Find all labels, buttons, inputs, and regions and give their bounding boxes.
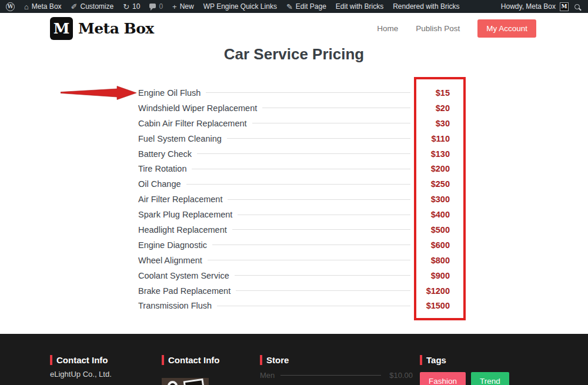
pricing-row: Oil Change $250 xyxy=(138,176,450,192)
service-name: Headlight Replacement xyxy=(138,225,227,235)
store-row[interactable]: Men $10.00 xyxy=(260,370,413,380)
service-name: Engine Diagnostic xyxy=(138,240,207,250)
service-name: Oil Change xyxy=(138,179,181,189)
footer-heading-label: Tags xyxy=(426,355,446,365)
site-logo-text: Meta Box xyxy=(78,20,154,37)
pricing-row: Coolant System Service $900 xyxy=(138,268,450,283)
metabox-logo-icon: M xyxy=(50,17,73,40)
leader-line xyxy=(217,306,410,306)
company-name: eLightUp Co., Ltd. xyxy=(50,370,112,379)
admin-bar-item-label: Edit with Bricks xyxy=(336,2,383,11)
service-name: Transmission Flush xyxy=(138,301,212,310)
service-name: Battery Check xyxy=(138,149,192,159)
service-name: Air Filter Replacement xyxy=(138,195,222,204)
leader-line xyxy=(235,275,410,276)
service-price: $110 xyxy=(416,134,450,143)
nav-link-home[interactable]: Home xyxy=(377,24,398,33)
service-price: $800 xyxy=(416,256,450,265)
footer-contact-info-1: Contact Info eLightUp Co., Ltd. xyxy=(50,355,112,379)
leader-line xyxy=(238,215,410,215)
admin-bar-item-label: Meta Box xyxy=(32,2,62,11)
admin-bar-item-0[interactable]: 0 xyxy=(149,2,163,11)
leader-line xyxy=(192,169,410,169)
footer-heading: Contact Info xyxy=(162,355,220,365)
tag-list: FashionTrend xyxy=(420,372,509,385)
pricing-list: Engine Oil Flush $15 Windshield Wiper Re… xyxy=(138,85,450,313)
search-icon[interactable] xyxy=(574,4,580,9)
tag-trend[interactable]: Trend xyxy=(471,372,509,385)
pricing-row: Brake Pad Replacement $1200 xyxy=(138,283,450,299)
service-price: $30 xyxy=(416,119,450,128)
leader-line xyxy=(208,260,410,260)
site-logo[interactable]: M Meta Box xyxy=(50,17,154,40)
photo-card-shape xyxy=(183,379,205,385)
page-title: Car Service Pricing xyxy=(0,46,588,62)
pricing-row: Engine Diagnostic $600 xyxy=(138,237,450,253)
admin-bar-item-label: 10 xyxy=(132,2,140,11)
leader-line xyxy=(262,108,410,108)
admin-bar-item-label: New xyxy=(180,2,194,11)
footer-contact-info-2: Contact Info xyxy=(162,355,220,385)
leader-line xyxy=(228,199,410,200)
service-price: $200 xyxy=(416,164,450,173)
leader-line xyxy=(252,123,410,123)
my-account-button[interactable]: My Account xyxy=(477,19,536,38)
update-icon: ↻ xyxy=(123,3,129,11)
store-item-name: Men xyxy=(260,371,275,380)
pricing-row: Wheel Alignment $800 xyxy=(138,253,450,268)
admin-bar-item-edit-with-bricks[interactable]: Edit with Bricks xyxy=(336,2,383,11)
leader-line xyxy=(197,153,410,154)
admin-bar-item-wp-engine-quick-links[interactable]: WP Engine Quick Links xyxy=(203,2,277,11)
user-avatar: M xyxy=(560,2,569,11)
tag-fashion[interactable]: Fashion xyxy=(420,372,466,385)
red-arrow-icon xyxy=(61,85,137,101)
service-name: Engine Oil Flush xyxy=(138,88,201,98)
red-bar-icon xyxy=(260,355,262,365)
service-name: Spark Plug Replacement xyxy=(138,210,232,219)
pricing-row: Tire Rotation $200 xyxy=(138,161,450,176)
howdy-menu[interactable]: Howdy, Meta BoxM xyxy=(501,2,569,11)
admin-bar-item-rendered-with-bricks[interactable]: Rendered with Bricks xyxy=(393,2,459,11)
home-icon: ⌂ xyxy=(24,3,29,11)
service-name: Wheel Alignment xyxy=(138,256,202,265)
site-footer: Contact Info eLightUp Co., Ltd. Contact … xyxy=(0,334,588,385)
wordpress-icon: W xyxy=(6,2,15,11)
store-item-price: $10.00 xyxy=(387,371,413,380)
footer-heading: Store xyxy=(260,355,413,365)
pricing-row: Air Filter Replacement $300 xyxy=(138,192,450,207)
service-price: $300 xyxy=(416,195,450,204)
service-price: $500 xyxy=(416,225,450,235)
admin-bar-item-new[interactable]: +New xyxy=(172,2,194,11)
footer-heading: Contact Info xyxy=(50,355,112,365)
comment-icon xyxy=(149,4,156,8)
pricing-row: Engine Oil Flush $15 xyxy=(138,85,450,101)
leader-line xyxy=(280,375,381,376)
admin-bar-right: Howdy, Meta BoxM xyxy=(501,2,582,11)
admin-bar-item-edit-page[interactable]: ✎Edit Page xyxy=(286,2,326,11)
pricing-row: Transmission Flush $1500 xyxy=(138,298,450,313)
footer-heading-label: Contact Info xyxy=(168,355,220,365)
leader-line xyxy=(236,290,410,291)
site-header: M Meta Box Home Publish Post My Account xyxy=(0,13,588,44)
service-name: Fuel System Cleaning xyxy=(138,134,222,143)
service-price: $130 xyxy=(416,149,450,159)
pricing-row: Cabin Air Filter Replacement $30 xyxy=(138,116,450,131)
admin-bar-item[interactable]: W xyxy=(6,2,15,11)
service-price: $1500 xyxy=(416,301,450,310)
leader-line xyxy=(206,92,410,93)
pricing-row: Headlight Replacement $500 xyxy=(138,222,450,237)
footer-heading-label: Store xyxy=(266,355,289,365)
store-list: Men $10.00 Women $25.00 xyxy=(260,370,413,385)
service-price: $900 xyxy=(416,271,450,280)
admin-bar-item-meta-box[interactable]: ⌂Meta Box xyxy=(24,2,62,11)
pricing-row: Fuel System Cleaning $110 xyxy=(138,131,450,146)
service-name: Brake Pad Replacement xyxy=(138,286,230,296)
service-price: $1200 xyxy=(416,286,450,296)
admin-bar-item-customize[interactable]: ✐Customize xyxy=(71,2,114,11)
service-name: Coolant System Service xyxy=(138,271,229,280)
nav-link-publish-post[interactable]: Publish Post xyxy=(416,24,460,33)
footer-store: Store Men $10.00 Women $25.00 xyxy=(260,355,413,385)
admin-bar-item-10[interactable]: ↻10 xyxy=(123,2,140,11)
page: W⌂Meta Box✐Customize↻100+NewWP Engine Qu… xyxy=(0,0,588,385)
admin-bar-item-label: 0 xyxy=(159,2,163,11)
